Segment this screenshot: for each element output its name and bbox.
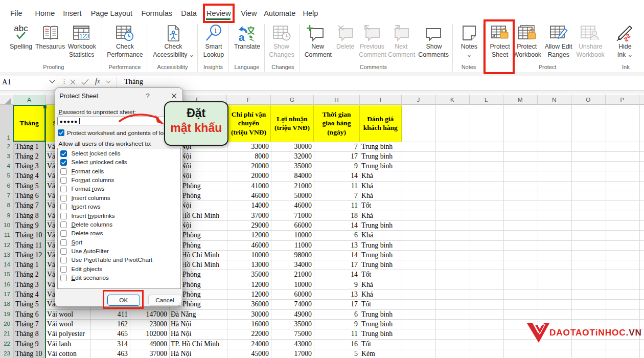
- svg-text:abc: abc: [14, 25, 28, 33]
- svg-text:DAOTAOTiNHOC.VN: DAOTAOTiNHOC.VN: [549, 327, 642, 338]
- svg-text:123: 123: [79, 33, 89, 40]
- svg-text:i: i: [215, 27, 217, 34]
- svg-text:a: a: [239, 31, 245, 43]
